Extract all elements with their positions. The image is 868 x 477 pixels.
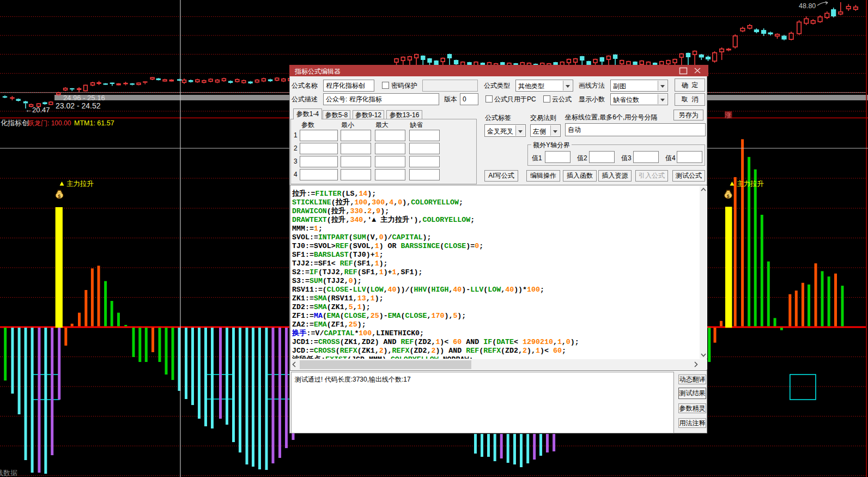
svg-text:主力拉升: 主力拉升 <box>737 180 764 188</box>
svg-text:$: $ <box>58 194 60 199</box>
svg-text:23.02 - 24.52: 23.02 - 24.52 <box>56 101 101 110</box>
svg-text:←20.47: ←20.47 <box>25 106 50 114</box>
svg-text:24.96 - 25.16: 24.96 - 25.16 <box>63 94 105 102</box>
svg-text:跃龙门: 100.00: 跃龙门: 100.00 <box>28 119 71 127</box>
svg-text:主力拉升: 主力拉升 <box>66 180 94 188</box>
svg-text:48.80: 48.80 <box>799 2 816 10</box>
svg-text:线数据: 线数据 <box>0 469 17 477</box>
svg-text:MTM1: 61.57: MTM1: 61.57 <box>74 119 114 127</box>
svg-text:化指标创: 化指标创 <box>1 119 29 127</box>
svg-text:$: $ <box>727 194 730 199</box>
svg-text:涨: 涨 <box>725 111 732 119</box>
